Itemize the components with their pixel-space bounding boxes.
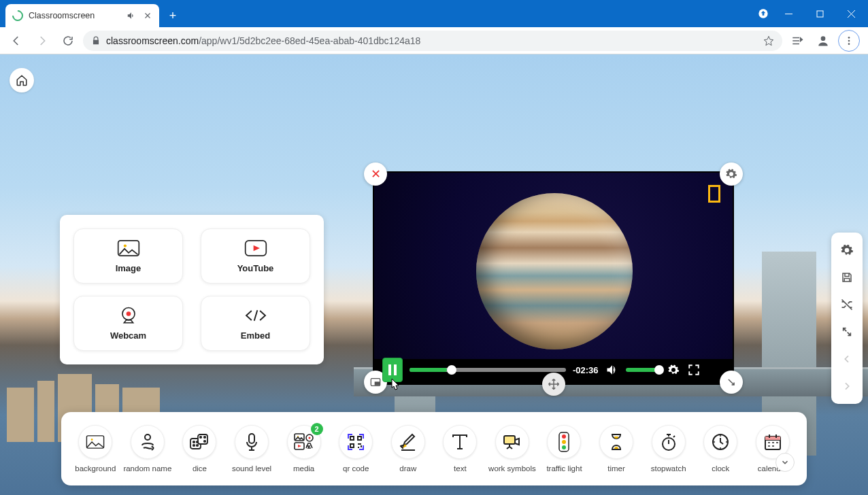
dock-item-media[interactable]: 2 media [278, 425, 330, 473]
svg-point-7 [123, 244, 126, 247]
svg-point-17 [145, 434, 150, 440]
dock-item-draw[interactable]: draw [382, 425, 434, 473]
tab-close-icon[interactable] [143, 11, 152, 20]
dock-collapse-button[interactable] [775, 453, 795, 472]
svg-point-3 [848, 37, 850, 39]
media-control-icon[interactable] [786, 30, 808, 52]
dock-item-sound-level[interactable]: sound level [226, 425, 278, 473]
browser-tab[interactable]: Classroomscreen [5, 4, 159, 27]
url-path: /app/wv1/5d2bc2ee-68ed-45ea-abab-401dbc1… [199, 35, 420, 46]
svg-rect-34 [358, 437, 361, 440]
svg-rect-15 [87, 436, 104, 448]
dock-item-text[interactable]: text [434, 425, 486, 473]
svg-rect-27 [249, 434, 254, 443]
dock-item-stopwatch[interactable]: stopwatch [642, 425, 695, 473]
dock-item-label: qr code [343, 464, 369, 473]
svg-point-32 [308, 437, 310, 439]
window-close-button[interactable] [835, 3, 867, 24]
media-option-embed[interactable]: Embed [201, 296, 310, 351]
url-domain: classroomscreen.com [106, 35, 199, 46]
svg-point-24 [200, 437, 201, 438]
svg-point-25 [204, 441, 205, 442]
svg-rect-33 [350, 437, 354, 440]
svg-point-26 [204, 437, 205, 438]
url-field[interactable]: classroomscreen.com/app/wv1/5d2bc2ee-68e… [83, 31, 782, 51]
dock-item-label: stopwatch [651, 464, 686, 473]
dock-item-label: text [454, 464, 467, 473]
dock-item-dice[interactable]: dice [173, 425, 226, 473]
dock-item-label: media [293, 464, 314, 473]
media-option-webcam[interactable]: Webcam [73, 296, 183, 351]
browser-menu-button[interactable] [838, 30, 860, 52]
dock-item-label: timer [607, 464, 625, 473]
dock-item-clock[interactable]: clock [695, 425, 747, 473]
bookmark-star-icon[interactable] [763, 35, 774, 46]
side-settings-button[interactable] [834, 237, 860, 264]
svg-point-4 [848, 39, 850, 41]
side-panel [831, 233, 863, 404]
window-maximize-button[interactable] [804, 3, 835, 24]
dock-item-label: background [75, 464, 116, 473]
media-option-image[interactable]: Image [73, 228, 183, 284]
svg-rect-11 [388, 364, 391, 375]
dock-item-traffic-light[interactable]: traffic light [538, 425, 590, 473]
video-settings-icon[interactable] [667, 363, 680, 377]
svg-point-39 [562, 440, 566, 444]
svg-rect-1 [817, 11, 823, 17]
svg-rect-12 [394, 364, 397, 375]
dock-item-qr-code[interactable]: qr code [330, 425, 382, 473]
tab-title: Classroomscreen [29, 11, 121, 20]
svg-point-22 [193, 445, 195, 446]
dock-item-label: random name [123, 464, 171, 473]
dock-item-label: sound level [232, 464, 271, 473]
svg-point-10 [126, 311, 131, 316]
svg-point-20 [193, 441, 195, 443]
video-widget-settings-button[interactable] [720, 163, 743, 186]
svg-rect-44 [765, 437, 780, 440]
home-button[interactable] [10, 68, 34, 92]
media-option-youtube[interactable]: YouTube [201, 228, 310, 284]
lock-icon [91, 36, 101, 46]
nav-forward-button [31, 30, 53, 52]
audio-icon[interactable] [127, 11, 136, 20]
svg-point-5 [848, 43, 850, 45]
profile-icon[interactable] [812, 30, 834, 52]
dock-media-badge: 2 [311, 423, 323, 435]
svg-point-23 [197, 441, 198, 443]
side-prev-button [834, 345, 860, 373]
dock-item-label: dice [193, 464, 207, 473]
dock-item-random-name[interactable]: random name [122, 425, 174, 473]
dock-item-background[interactable]: background [69, 425, 122, 473]
pause-button[interactable] [382, 358, 403, 382]
nav-reload-button[interactable] [57, 30, 79, 52]
svg-point-2 [821, 36, 826, 41]
time-remaining: -02:36 [573, 365, 599, 375]
side-shuffle-off-button[interactable] [834, 291, 860, 318]
nav-back-button[interactable] [5, 30, 27, 52]
window-titlebar: Classroomscreen + [0, 0, 868, 27]
side-fullscreen-button[interactable] [834, 318, 860, 345]
window-minimize-button[interactable] [773, 3, 804, 24]
new-tab-button[interactable]: + [163, 6, 182, 25]
side-next-button [834, 373, 860, 400]
dock-item-timer[interactable]: timer [590, 425, 643, 473]
svg-rect-35 [350, 444, 354, 447]
video-area[interactable] [374, 173, 733, 359]
video-widget: -02:36 ✕ [373, 171, 734, 385]
video-controls: -02:36 [374, 356, 733, 383]
fullscreen-icon[interactable] [687, 363, 701, 377]
side-save-button[interactable] [834, 264, 860, 291]
svg-point-21 [197, 445, 198, 446]
svg-rect-36 [504, 436, 515, 444]
media-picker-card: Image YouTube Webcam Embed [60, 215, 324, 364]
volume-bar[interactable] [626, 368, 660, 372]
favicon-icon [10, 8, 26, 24]
svg-point-38 [562, 434, 566, 439]
browser-address-bar: classroomscreen.com/app/wv1/5d2bc2ee-68e… [0, 27, 868, 54]
volume-icon[interactable] [605, 363, 619, 377]
widget-dock: background random name dice sound level … [61, 412, 807, 485]
seek-bar[interactable] [410, 368, 566, 372]
video-close-button[interactable]: ✕ [364, 163, 387, 186]
dock-item-work-symbols[interactable]: work symbols [486, 425, 539, 473]
account-indicator-icon[interactable] [754, 3, 773, 24]
